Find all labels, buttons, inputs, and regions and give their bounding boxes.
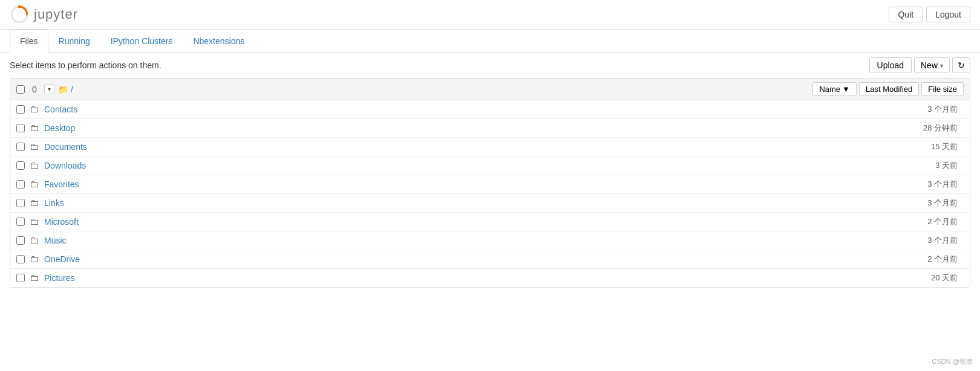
- row-checkbox-9[interactable]: [16, 274, 25, 282]
- folder-icon: 🗀: [30, 123, 39, 134]
- folder-icon: 🗀: [30, 235, 39, 246]
- header: jupyter Quit Logout: [0, 0, 980, 30]
- file-link[interactable]: OneDrive: [44, 254, 80, 264]
- file-list: 0 ▾ 📁 / Name ▼ Last Modified File size 🗀…: [10, 78, 970, 288]
- file-modified-time: 3 个月前: [891, 104, 964, 115]
- breadcrumb-path: /: [71, 85, 73, 94]
- folder-icon: 🗀: [30, 160, 39, 171]
- quit-button[interactable]: Quit: [889, 7, 923, 22]
- file-row-left: 🗀 Documents: [16, 141, 891, 152]
- main-tabs: Files Running IPython Clusters Nbextensi…: [0, 30, 980, 53]
- table-row: 🗀 Microsoft 2 个月前: [10, 213, 970, 231]
- svg-point-1: [18, 5, 21, 8]
- folder-icon: 🗀: [30, 273, 39, 283]
- row-checkbox-2[interactable]: [16, 143, 25, 151]
- table-row: 🗀 Downloads 3 天前: [10, 156, 970, 175]
- select-all-checkbox[interactable]: [16, 85, 25, 94]
- file-row-left: 🗀 Music: [16, 235, 891, 246]
- folder-icon: 🗀: [30, 198, 39, 208]
- tab-nbextensions[interactable]: Nbextensions: [183, 30, 255, 53]
- file-row-left: 🗀 Favorites: [16, 179, 891, 190]
- new-button-label: New: [921, 60, 938, 70]
- file-link[interactable]: Pictures: [44, 273, 75, 283]
- file-link[interactable]: Favorites: [44, 179, 79, 189]
- selected-count: 0: [28, 85, 41, 94]
- breadcrumb-folder-icon: 📁: [58, 85, 68, 94]
- file-link[interactable]: Music: [44, 236, 67, 245]
- row-checkbox-4[interactable]: [16, 180, 25, 189]
- name-sort-label: Name: [819, 85, 840, 94]
- app-title: jupyter: [34, 7, 78, 22]
- row-checkbox-6[interactable]: [16, 218, 25, 226]
- file-modified-time: 3 天前: [891, 160, 964, 171]
- table-row: 🗀 Music 3 个月前: [10, 231, 970, 250]
- table-row: 🗀 Favorites 3 个月前: [10, 175, 970, 194]
- jupyter-logo-icon: [10, 5, 29, 24]
- toolbar-actions: Upload New ▾ ↻: [869, 57, 970, 73]
- file-link[interactable]: Microsoft: [44, 217, 79, 227]
- file-modified-time: 3 个月前: [891, 198, 964, 208]
- table-row: 🗀 Pictures 20 天前: [10, 269, 970, 287]
- logo: jupyter: [10, 5, 78, 24]
- folder-icon: 🗀: [30, 216, 39, 227]
- file-modified-time: 3 个月前: [891, 179, 964, 190]
- file-list-header: 0 ▾ 📁 / Name ▼ Last Modified File size: [10, 79, 970, 100]
- file-modified-time: 20 天前: [891, 273, 964, 283]
- file-link[interactable]: Desktop: [44, 123, 75, 133]
- name-sort-button[interactable]: Name ▼: [812, 82, 857, 96]
- tab-files[interactable]: Files: [10, 30, 48, 53]
- file-link[interactable]: Contacts: [44, 105, 77, 114]
- file-row-left: 🗀 Links: [16, 198, 891, 208]
- table-row: 🗀 Contacts 3 个月前: [10, 100, 970, 119]
- header-action-buttons: Quit Logout: [889, 7, 970, 22]
- logout-button[interactable]: Logout: [926, 7, 970, 22]
- row-checkbox-8[interactable]: [16, 255, 25, 263]
- row-checkbox-5[interactable]: [16, 199, 25, 207]
- tab-running[interactable]: Running: [48, 30, 100, 53]
- file-modified-time: 28 分钟前: [891, 123, 964, 134]
- file-link[interactable]: Links: [44, 198, 64, 208]
- new-button[interactable]: New ▾: [914, 57, 950, 73]
- upload-button[interactable]: Upload: [869, 57, 912, 73]
- last-modified-sort-button[interactable]: Last Modified: [859, 82, 919, 96]
- file-modified-time: 15 天前: [891, 141, 964, 152]
- select-hint: Select items to perform actions on them.: [10, 60, 162, 70]
- tab-ipython-clusters[interactable]: IPython Clusters: [100, 30, 183, 53]
- table-row: 🗀 Desktop 28 分钟前: [10, 119, 970, 138]
- file-row-left: 🗀 Contacts: [16, 104, 891, 115]
- file-row-left: 🗀 OneDrive: [16, 254, 891, 265]
- row-checkbox-7[interactable]: [16, 236, 25, 245]
- file-size-sort-button[interactable]: File size: [921, 82, 964, 96]
- sort-arrow-icon: ▼: [842, 85, 850, 94]
- new-dropdown-arrow: ▾: [940, 62, 943, 69]
- file-modified-time: 2 个月前: [891, 216, 964, 227]
- file-modified-time: 2 个月前: [891, 254, 964, 265]
- file-modified-time: 3 个月前: [891, 235, 964, 246]
- file-link[interactable]: Documents: [44, 142, 87, 152]
- table-row: 🗀 Links 3 个月前: [10, 194, 970, 213]
- table-row: 🗀 OneDrive 2 个月前: [10, 250, 970, 269]
- refresh-button[interactable]: ↻: [952, 57, 970, 73]
- file-row-left: 🗀 Pictures: [16, 273, 891, 283]
- folder-icon: 🗀: [30, 141, 39, 152]
- breadcrumb[interactable]: 📁 /: [58, 85, 73, 94]
- files-toolbar: Select items to perform actions on them.…: [0, 53, 980, 78]
- file-row-left: 🗀 Desktop: [16, 123, 891, 134]
- row-checkbox-3[interactable]: [16, 161, 25, 170]
- table-row: 🗀 Documents 15 天前: [10, 138, 970, 156]
- file-list-header-left: 0 ▾ 📁 /: [16, 84, 812, 94]
- file-link[interactable]: Downloads: [44, 161, 86, 170]
- count-dropdown-button[interactable]: ▾: [44, 84, 54, 94]
- file-rows: 🗀 Contacts 3 个月前 🗀 Desktop 28 分钟前 🗀 Docu…: [10, 100, 970, 287]
- row-checkbox-0[interactable]: [16, 105, 25, 114]
- folder-icon: 🗀: [30, 254, 39, 265]
- folder-icon: 🗀: [30, 179, 39, 190]
- file-row-left: 🗀 Downloads: [16, 160, 891, 171]
- row-checkbox-1[interactable]: [16, 124, 25, 132]
- file-list-header-right: Name ▼ Last Modified File size: [812, 82, 964, 96]
- folder-icon: 🗀: [30, 104, 39, 115]
- file-row-left: 🗀 Microsoft: [16, 216, 891, 227]
